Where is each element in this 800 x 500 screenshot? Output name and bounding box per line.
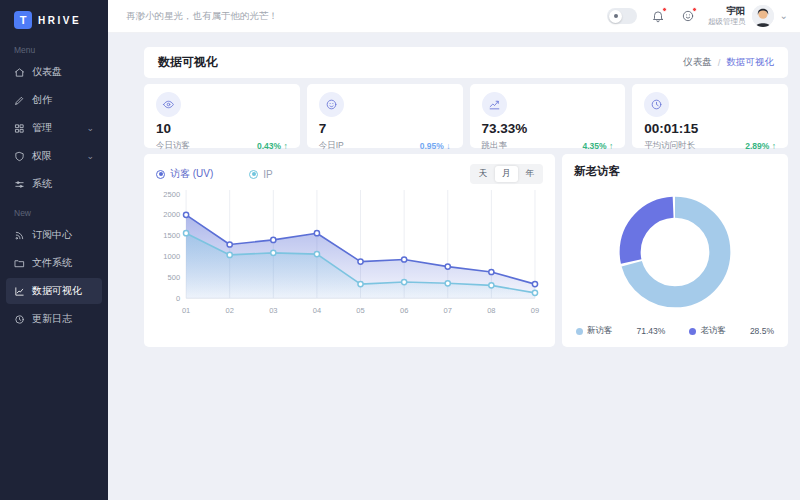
donut-legend-value: 28.5% xyxy=(750,326,774,336)
stat-card-avg-duration: 00:01:15 平均访问时长 2.89% ↑ xyxy=(632,84,788,148)
page-titlebar: 数据可视化 仪表盘 / 数据可视化 xyxy=(144,47,788,78)
app-logo[interactable]: T HRIVE xyxy=(0,0,108,35)
page-content: 数据可视化 仪表盘 / 数据可视化 10 今日访客 0.43% ↑ xyxy=(108,33,800,347)
breadcrumb-current: 数据可视化 xyxy=(727,56,775,69)
breadcrumb-separator: / xyxy=(718,57,721,68)
eye-icon xyxy=(162,98,175,111)
page-title: 数据可视化 xyxy=(158,54,218,71)
clock-icon xyxy=(650,98,663,111)
sidebar: T HRIVE Menu 仪表盘 创作 管理 ⌄ 权限 ⌄ 系统 New xyxy=(0,0,108,500)
old-visitor-dot-icon xyxy=(689,328,696,335)
app-window: T HRIVE Menu 仪表盘 创作 管理 ⌄ 权限 ⌄ 系统 New xyxy=(0,0,800,500)
visitor-donut-card: 新老访客 新访客 71.43% 老访客 xyxy=(562,154,788,347)
donut-legend-new-visitors[interactable]: 新访客 xyxy=(576,325,613,337)
chevron-down-icon: ⌄ xyxy=(86,152,94,161)
messages-button[interactable] xyxy=(678,7,697,26)
avatar xyxy=(752,5,774,27)
stat-card-bounce-rate: 73.33% 跳出率 4.35% ↑ xyxy=(470,84,626,148)
legend-item-ip[interactable]: IP xyxy=(249,169,272,180)
sidebar-item-files[interactable]: 文件系统 xyxy=(6,250,102,276)
chart-header: 访客 (UV) IP 天 月 年 xyxy=(156,164,543,184)
header-controls: 宇阳 超级管理员 ⌄ xyxy=(607,5,788,27)
legend-label: 访客 (UV) xyxy=(170,167,213,181)
stat-card-visitors: 10 今日访客 0.43% ↑ xyxy=(144,84,300,148)
user-role: 超级管理员 xyxy=(708,17,746,26)
period-segmented-control: 天 月 年 xyxy=(470,164,544,184)
sidebar-item-label: 更新日志 xyxy=(32,312,72,326)
breadcrumb: 仪表盘 / 数据可视化 xyxy=(683,56,774,69)
theme-toggle-knob xyxy=(609,10,622,23)
svg-text:07: 07 xyxy=(444,306,452,315)
stat-label: 跳出率 xyxy=(482,140,508,152)
stat-delta: 0.95% ↓ xyxy=(420,141,451,151)
sidebar-item-permissions[interactable]: 权限 ⌄ xyxy=(6,143,102,169)
breadcrumb-dashboard[interactable]: 仪表盘 xyxy=(683,56,712,69)
folder-icon xyxy=(14,258,25,269)
visitor-donut-svg xyxy=(612,189,738,315)
theme-toggle-dot-icon xyxy=(614,14,618,18)
charts-row: 访客 (UV) IP 天 月 年 05001000150020002500010… xyxy=(144,154,788,347)
sidebar-item-system[interactable]: 系统 xyxy=(6,171,102,197)
sidebar-item-label: 数据可视化 xyxy=(32,284,82,298)
stat-value: 73.33% xyxy=(482,122,614,136)
period-month-button[interactable]: 月 xyxy=(495,166,518,182)
svg-text:03: 03 xyxy=(269,306,277,315)
chevron-down-icon: ⌄ xyxy=(780,11,788,21)
sidebar-item-label: 系统 xyxy=(32,177,52,191)
stat-delta: 4.35% ↑ xyxy=(583,141,614,151)
stat-card-ip: 7 今日IP 0.95% ↓ xyxy=(307,84,463,148)
sidebar-item-label: 创作 xyxy=(32,93,52,107)
sliders-icon xyxy=(14,179,25,190)
ip-legend-dot-icon xyxy=(249,170,258,179)
theme-toggle[interactable] xyxy=(607,8,637,24)
sidebar-item-dashboard[interactable]: 仪表盘 xyxy=(6,59,102,85)
sidebar-section-new: New xyxy=(0,198,108,221)
trend-icon xyxy=(488,98,501,111)
donut-legend-label: 新访客 xyxy=(587,325,613,337)
svg-text:05: 05 xyxy=(356,306,364,315)
user-name: 宇阳 xyxy=(708,5,746,17)
sidebar-item-data-visualization[interactable]: 数据可视化 xyxy=(6,278,102,304)
svg-text:1000: 1000 xyxy=(163,252,180,261)
user-menu[interactable]: 宇阳 超级管理员 ⌄ xyxy=(708,5,788,27)
stat-label: 今日访客 xyxy=(156,140,190,152)
period-day-button[interactable]: 天 xyxy=(472,166,495,182)
stat-delta: 0.43% ↑ xyxy=(257,141,288,151)
stat-value: 00:01:15 xyxy=(644,122,776,136)
donut-legend-old-visitors[interactable]: 老访客 xyxy=(689,325,726,337)
sidebar-item-create[interactable]: 创作 xyxy=(6,87,102,113)
edit-icon xyxy=(14,95,25,106)
user-info: 宇阳 超级管理员 xyxy=(708,5,746,26)
legend-item-uv[interactable]: 访客 (UV) xyxy=(156,167,213,181)
stat-label: 今日IP xyxy=(319,140,344,152)
svg-text:06: 06 xyxy=(400,306,408,315)
legend-label: IP xyxy=(263,169,272,180)
svg-text:08: 08 xyxy=(487,306,495,315)
new-visitor-dot-icon xyxy=(576,328,583,335)
message-badge xyxy=(692,7,697,12)
donut-legend-label: 老访客 xyxy=(700,325,726,337)
stat-cards: 10 今日访客 0.43% ↑ 7 今日IP 0.95% ↓ xyxy=(144,84,788,148)
uv-ip-chart-card: 访客 (UV) IP 天 月 年 05001000150020002500010… xyxy=(144,154,555,347)
svg-text:2000: 2000 xyxy=(163,210,180,219)
svg-text:1500: 1500 xyxy=(163,231,180,240)
logo-text: HRIVE xyxy=(38,15,81,26)
header-motto: 再渺小的星光，也有属于他的光芒！ xyxy=(126,10,607,23)
sidebar-item-changelog[interactable]: 更新日志 xyxy=(6,306,102,332)
clock-icon xyxy=(14,314,25,325)
svg-text:500: 500 xyxy=(168,273,181,282)
svg-text:01: 01 xyxy=(182,306,190,315)
notifications-button[interactable] xyxy=(648,7,667,26)
svg-text:09: 09 xyxy=(531,306,539,315)
sidebar-item-subscriptions[interactable]: 订阅中心 xyxy=(6,222,102,248)
period-year-button[interactable]: 年 xyxy=(519,166,542,182)
donut-chart-title: 新老访客 xyxy=(574,164,776,179)
grid-icon xyxy=(14,123,25,134)
smiley-icon xyxy=(325,98,338,111)
donut-legend: 新访客 71.43% 老访客 28.5% xyxy=(574,325,776,339)
logo-icon: T xyxy=(14,11,32,29)
stat-label: 平均访问时长 xyxy=(644,140,695,152)
sidebar-item-label: 文件系统 xyxy=(32,256,72,270)
sidebar-item-manage[interactable]: 管理 ⌄ xyxy=(6,115,102,141)
main-area: 再渺小的星光，也有属于他的光芒！ 宇阳 超级管理员 xyxy=(108,0,800,500)
